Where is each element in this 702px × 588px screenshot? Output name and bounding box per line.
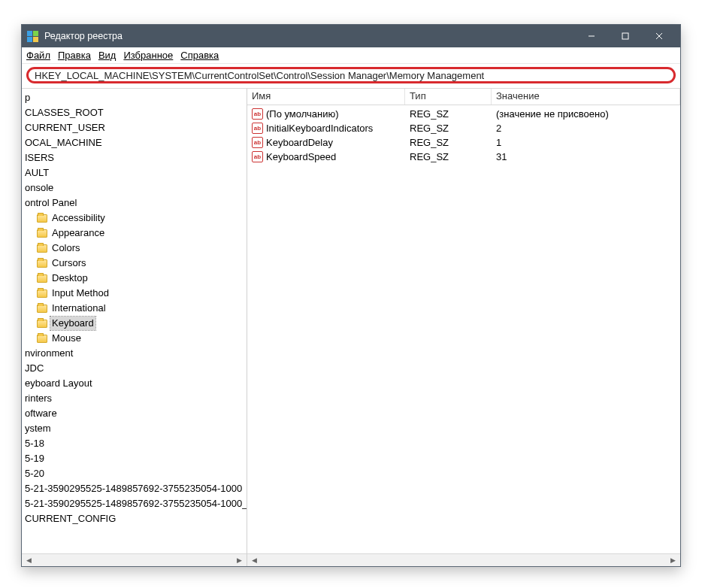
tree-item[interactable]: Accessibility [22, 211, 247, 226]
tree-item[interactable]: AULT [22, 165, 247, 180]
tree-body[interactable]: рCLASSES_ROOTCURRENT_USEROCAL_MACHINEISE… [22, 89, 247, 553]
tree-item[interactable]: 5-19 [22, 451, 247, 466]
tree-item[interactable]: CURRENT_USER [22, 120, 247, 135]
value-name: KeyboardDelay [266, 137, 333, 148]
folder-icon [37, 274, 47, 283]
regedit-window: Редактор реестра Файл Правка Вид Избранн… [21, 24, 681, 567]
tree-item[interactable]: ystem [22, 421, 247, 436]
tree-item-label: oftware [23, 407, 59, 420]
scroll-track[interactable] [35, 556, 234, 565]
folder-icon [37, 229, 47, 238]
value-row[interactable]: abInitialKeyboardIndicatorsREG_SZ2 [247, 121, 680, 135]
minimize-button[interactable] [574, 25, 608, 47]
folder-icon [37, 335, 47, 343]
tree-item[interactable]: Mouse [22, 331, 247, 346]
column-value[interactable]: Значение [492, 89, 680, 105]
values-horizontal-scrollbar[interactable]: ◀ ▶ [247, 553, 680, 566]
value-row[interactable]: abKeyboardSpeedREG_SZ31 [247, 150, 680, 164]
tree-item[interactable]: International [22, 301, 247, 316]
tree-item-label: onsole [23, 181, 55, 195]
tree-item[interactable]: OCAL_MACHINE [22, 135, 247, 150]
value-type: REG_SZ [405, 123, 492, 134]
tree-item-label: 5-19 [23, 452, 46, 465]
values-body[interactable]: ab(По умолчанию)REG_SZ(значение не присв… [247, 105, 680, 553]
tree-item[interactable]: Appearance [22, 226, 247, 241]
tree-item[interactable]: nvironment [22, 346, 247, 361]
value-data: (значение не присвоено) [492, 108, 680, 120]
tree-item[interactable]: CLASSES_ROOT [22, 105, 247, 120]
tree-item-label: 5-21-3590295525-1489857692-3755235054-10… [23, 482, 244, 496]
tree-item[interactable]: Cursors [22, 256, 247, 271]
tree-item-label: Accessibility [50, 211, 107, 225]
tree-item[interactable]: Colors [22, 241, 247, 256]
address-bar[interactable]: HKEY_LOCAL_MACHINE\SYSTEM\CurrentControl… [26, 67, 676, 83]
tree-item[interactable]: ontrol Panel [22, 195, 247, 211]
column-type[interactable]: Тип [405, 89, 492, 105]
scroll-right-icon[interactable]: ▶ [667, 556, 679, 565]
value-data: 1 [492, 137, 680, 148]
tree-item-label: International [50, 302, 107, 315]
scroll-right-icon[interactable]: ▶ [234, 556, 245, 565]
tree-item[interactable]: 5-20 [22, 466, 247, 481]
window-controls [574, 25, 676, 47]
value-name: (По умолчанию) [266, 108, 339, 120]
content-area: рCLASSES_ROOTCURRENT_USEROCAL_MACHINEISE… [22, 88, 680, 566]
tree-item[interactable]: CURRENT_CONFIG [22, 511, 247, 526]
tree-item[interactable]: 5-21-3590295525-1489857692-3755235054-10… [22, 496, 247, 511]
tree-item[interactable]: Input Method [22, 286, 247, 301]
values-pane: Имя Тип Значение ab(По умолчанию)REG_SZ(… [247, 89, 680, 566]
window-title: Редактор реестра [44, 31, 574, 41]
tree-item-label: р [23, 91, 32, 105]
string-value-icon: ab [252, 108, 263, 120]
tree-item-label: Mouse [50, 332, 83, 345]
scroll-track[interactable] [260, 556, 667, 565]
close-button[interactable] [642, 25, 676, 47]
value-type: REG_SZ [405, 151, 492, 162]
tree-horizontal-scrollbar[interactable]: ◀ ▶ [22, 553, 247, 566]
tree-item-label: rinters [23, 392, 53, 405]
menu-view[interactable]: Вид [98, 50, 116, 61]
folder-icon [37, 305, 47, 313]
tree-item-label: ISERS [23, 151, 56, 165]
svg-rect-1 [622, 33, 628, 39]
tree-item[interactable]: 5-18 [22, 436, 247, 451]
menu-edit[interactable]: Правка [58, 50, 91, 61]
scroll-left-icon[interactable]: ◀ [249, 556, 260, 565]
folder-icon [37, 214, 47, 223]
tree-item[interactable]: ISERS [22, 150, 247, 165]
value-row[interactable]: abKeyboardDelayREG_SZ1 [247, 135, 680, 150]
tree-item-label: Appearance [50, 226, 106, 240]
tree-item-label: Input Method [50, 286, 110, 300]
tree-item-label: nvironment [23, 347, 74, 360]
tree-item-label: CLASSES_ROOT [23, 106, 105, 120]
menu-help[interactable]: Справка [180, 50, 219, 61]
tree-item[interactable]: Keyboard [22, 316, 247, 331]
titlebar[interactable]: Редактор реестра [22, 25, 680, 47]
tree-item-label: ystem [23, 422, 53, 435]
tree-item-label: AULT [23, 166, 50, 180]
folder-icon [37, 289, 47, 298]
tree-item[interactable]: rinters [22, 391, 247, 406]
tree-item[interactable]: oftware [22, 406, 247, 421]
tree-item[interactable]: onsole [22, 180, 247, 195]
tree-item-label: 5-18 [23, 437, 46, 450]
tree-item-label: OCAL_MACHINE [23, 136, 104, 150]
tree-item-label: CURRENT_CONFIG [23, 512, 117, 526]
tree-item[interactable]: р [22, 90, 247, 105]
menubar: Файл Правка Вид Избранное Справка [22, 47, 680, 64]
value-row[interactable]: ab(По умолчанию)REG_SZ(значение не присв… [247, 107, 680, 121]
tree-item-label: ontrol Panel [23, 196, 78, 210]
menu-favorites[interactable]: Избранное [123, 50, 173, 61]
value-name: KeyboardSpeed [266, 151, 336, 162]
column-name[interactable]: Имя [247, 89, 405, 105]
tree-item-label: 5-20 [23, 467, 46, 480]
tree-item[interactable]: eyboard Layout [22, 376, 247, 391]
tree-item[interactable]: Desktop [22, 271, 247, 286]
tree-item-label: JDC [23, 362, 45, 375]
scroll-left-icon[interactable]: ◀ [23, 556, 35, 565]
folder-icon [37, 244, 47, 253]
menu-file[interactable]: Файл [26, 50, 50, 61]
tree-item[interactable]: JDC [22, 361, 247, 376]
tree-item[interactable]: 5-21-3590295525-1489857692-3755235054-10… [22, 481, 247, 496]
maximize-button[interactable] [608, 25, 642, 47]
